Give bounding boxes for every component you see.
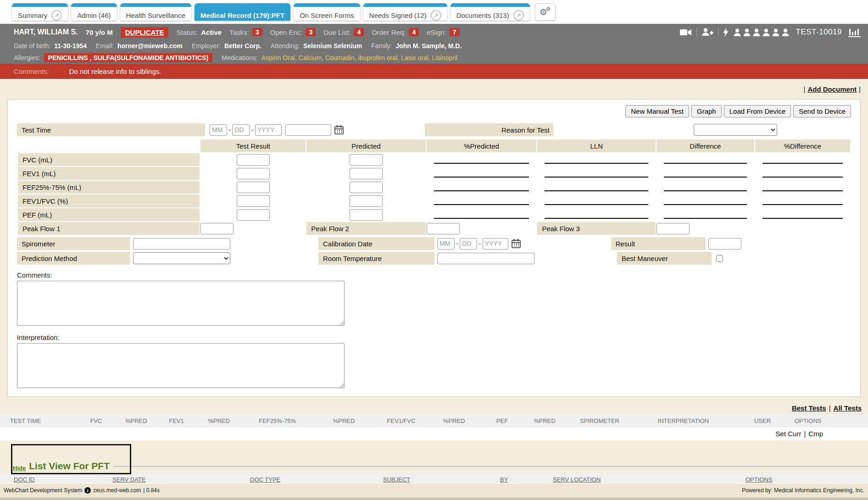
esign-label: eSign: bbox=[427, 28, 446, 36]
family-label: Family: bbox=[371, 42, 392, 50]
fev1fvc-predicted-input[interactable] bbox=[350, 195, 383, 207]
fef2575-row: FEF25%-75% (mL) bbox=[18, 181, 850, 194]
tasks-label: Tasks: bbox=[229, 28, 249, 36]
fvc-test-result-input[interactable] bbox=[237, 154, 270, 166]
prediction-method-label: Prediction Method bbox=[17, 252, 130, 265]
fev1-label: FEV1 (mL) bbox=[18, 167, 200, 180]
order-req-label: Order Req: bbox=[372, 28, 406, 36]
best-maneuver-label: Best Maneuver bbox=[617, 252, 712, 265]
order-req-badge[interactable]: 4 bbox=[409, 28, 419, 36]
col-by[interactable]: BY bbox=[500, 476, 508, 483]
tasks-badge[interactable]: 3 bbox=[252, 28, 262, 36]
pef-row: PEF (mL) bbox=[18, 208, 850, 221]
tab-documents[interactable]: Documents (313) ↗ bbox=[451, 3, 530, 21]
col-serv-location[interactable]: SERV LOCATION bbox=[553, 476, 601, 483]
col-subject[interactable]: SUBJECT bbox=[383, 476, 410, 483]
duplicate-flag[interactable]: DUPLICATE bbox=[121, 27, 169, 38]
col-doc-options[interactable]: OPTIONS bbox=[746, 476, 773, 483]
col-spirometer: SPIROMETER bbox=[563, 417, 636, 424]
settings-gears-icon[interactable]: ⚙ ⚙ bbox=[535, 3, 556, 21]
spirometer-input[interactable] bbox=[133, 238, 230, 250]
peak-flow-1-input[interactable] bbox=[200, 223, 234, 234]
tab-health-surveillance-label: Health Surveillance bbox=[126, 11, 185, 19]
calendar-icon[interactable] bbox=[334, 125, 344, 135]
employer-label: Employer: bbox=[192, 42, 221, 50]
popout-icon[interactable]: ↗ bbox=[513, 10, 524, 21]
pef-predicted-input[interactable] bbox=[350, 209, 383, 221]
video-camera-icon[interactable] bbox=[680, 28, 692, 36]
date-separator: - bbox=[251, 126, 253, 134]
calibration-dd-input[interactable] bbox=[460, 238, 477, 250]
hide-link[interactable]: Hide bbox=[13, 465, 26, 473]
fef2575-test-result-input[interactable] bbox=[237, 182, 270, 193]
test-time-dd-input[interactable] bbox=[232, 124, 250, 136]
peak-flow-3-input[interactable] bbox=[657, 223, 690, 234]
patient-photo-icons[interactable] bbox=[733, 28, 790, 36]
fvc-predicted-input[interactable] bbox=[350, 154, 383, 166]
best-tests-link[interactable]: Best Tests bbox=[792, 404, 826, 412]
tab-summary[interactable]: Summary ↗ bbox=[12, 3, 68, 21]
value-line bbox=[434, 197, 529, 205]
tab-needs-signed[interactable]: Needs Signed (12) ↗ bbox=[363, 3, 447, 21]
col-test-time: TEST TIME bbox=[10, 417, 74, 424]
peak-flow-2-input[interactable] bbox=[427, 223, 460, 234]
add-person-icon[interactable] bbox=[701, 28, 713, 36]
results-options-row: Set Curr | Cmp bbox=[0, 427, 868, 440]
value-line bbox=[762, 156, 843, 164]
calibration-mm-input[interactable] bbox=[437, 238, 455, 250]
footer-system-name: WebChart Development System bbox=[4, 487, 82, 494]
col-serv-date[interactable]: SERV DATE bbox=[112, 476, 145, 483]
pef-test-result-input[interactable] bbox=[237, 209, 270, 221]
fev1fvc-test-result-input[interactable] bbox=[237, 195, 270, 207]
fev1-row: FEV1 (mL) bbox=[18, 167, 850, 180]
popout-icon[interactable]: ↗ bbox=[51, 10, 62, 21]
tab-health-surveillance[interactable]: Health Surveillance bbox=[120, 3, 191, 21]
interpretation-textarea[interactable] bbox=[17, 343, 345, 388]
calibration-yyyy-input[interactable] bbox=[483, 238, 508, 250]
add-document-link[interactable]: Add Document bbox=[807, 85, 857, 93]
reason-for-test-select[interactable] bbox=[694, 124, 777, 136]
due-list-badge[interactable]: 4 bbox=[354, 28, 364, 36]
lightning-icon[interactable] bbox=[723, 28, 729, 37]
person-icon bbox=[733, 28, 741, 36]
person-icon bbox=[752, 28, 761, 36]
peak-flow-1-label: Peak Flow 1 bbox=[18, 222, 200, 235]
result-input[interactable] bbox=[708, 238, 741, 250]
tab-admin[interactable]: Admin (46) bbox=[71, 3, 117, 21]
tab-medical-record[interactable]: Medical Record (179):PFT bbox=[195, 3, 290, 21]
bar-chart-icon[interactable] bbox=[848, 28, 861, 37]
medications-value[interactable]: Aspirin Oral, Calcium, Coumadin, ibuprof… bbox=[262, 54, 457, 61]
comments-textarea[interactable] bbox=[17, 281, 345, 326]
col-doc-id[interactable]: DOC ID bbox=[14, 476, 35, 483]
peak-flow-2-label: Peak Flow 2 bbox=[306, 222, 425, 235]
patient-name: HART, WILLIAM S. bbox=[14, 28, 78, 36]
open-enc-badge[interactable]: 3 bbox=[306, 28, 316, 36]
allergies-value[interactable]: PENICILLINS , SULFA(SULFONAMIDE ANTIBIOT… bbox=[44, 53, 212, 62]
new-manual-test-button[interactable]: New Manual Test bbox=[625, 105, 689, 117]
fev1-test-result-input[interactable] bbox=[237, 168, 270, 179]
room-temperature-input[interactable] bbox=[437, 253, 534, 264]
info-icon[interactable]: i bbox=[84, 487, 91, 494]
prediction-method-select[interactable] bbox=[133, 252, 230, 264]
spirometer-row: Spirometer Calibration Date - - Result bbox=[17, 237, 851, 250]
fef2575-predicted-input[interactable] bbox=[350, 182, 383, 193]
graph-button[interactable]: Graph bbox=[691, 105, 722, 117]
test-time-time-input[interactable] bbox=[285, 124, 331, 136]
popout-icon[interactable]: ↗ bbox=[431, 10, 441, 21]
employer-value: Better Corp. bbox=[224, 42, 262, 50]
fev1-predicted-input[interactable] bbox=[350, 168, 383, 179]
load-from-device-button[interactable]: Load From Device bbox=[724, 105, 791, 117]
best-maneuver-checkbox[interactable] bbox=[716, 255, 723, 262]
footer-host-link[interactable]: zeus.med-web.com bbox=[93, 487, 141, 494]
esign-badge[interactable]: 7 bbox=[450, 28, 460, 36]
test-time-yyyy-input[interactable] bbox=[255, 124, 282, 136]
set-curr-link[interactable]: Set Curr bbox=[776, 430, 801, 438]
tab-on-screen-forms[interactable]: On Screen Forms bbox=[294, 3, 360, 21]
send-to-device-button[interactable]: Send to Device bbox=[793, 105, 851, 117]
test-time-mm-input[interactable] bbox=[210, 124, 227, 136]
footer-powered-by: Powered by: Medical Informatics Engineer… bbox=[742, 487, 864, 494]
cmp-link[interactable]: Cmp bbox=[808, 430, 823, 438]
all-tests-link[interactable]: All Tests bbox=[834, 404, 862, 412]
calendar-icon[interactable] bbox=[511, 239, 521, 249]
col-doc-type[interactable]: DOC TYPE bbox=[250, 476, 280, 483]
